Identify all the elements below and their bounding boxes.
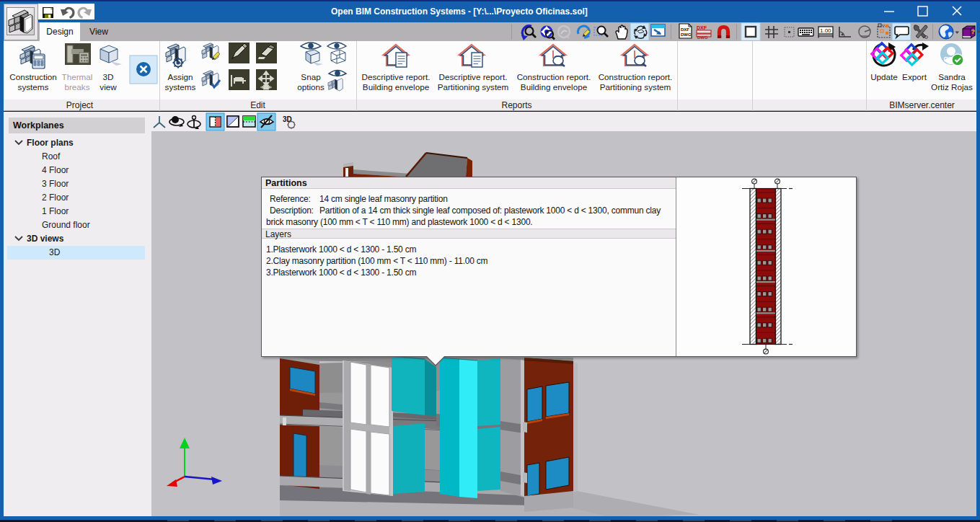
svg-text:1.00: 1.00	[820, 27, 831, 34]
svg-text:DWG: DWG	[681, 32, 692, 37]
svg-text:?: ?	[971, 28, 976, 35]
svg-text:DXF: DXF	[697, 25, 707, 30]
svg-text:DXF: DXF	[681, 27, 689, 32]
svg-text:DWG: DWG	[697, 35, 708, 40]
